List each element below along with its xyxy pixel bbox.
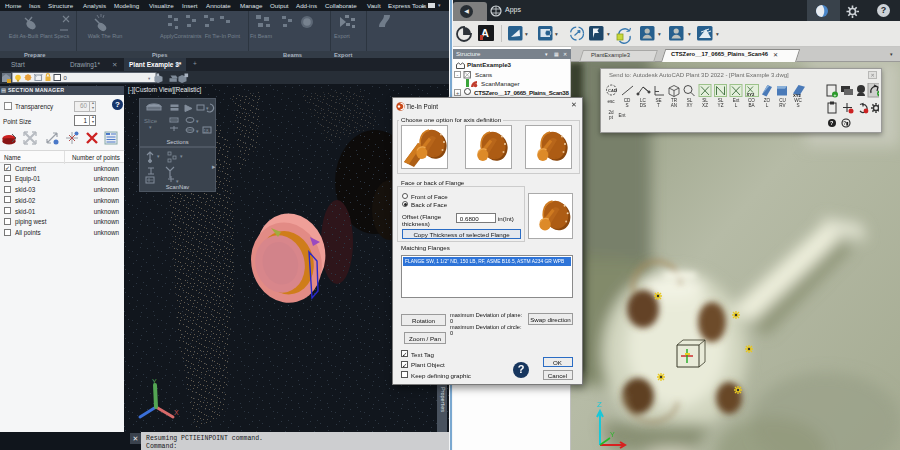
svg-text:18: 18: [204, 129, 210, 134]
svg-text:▾: ▾: [196, 128, 199, 134]
svg-text:▾: ▾: [157, 153, 160, 159]
svg-text:RV: RV: [779, 103, 786, 108]
svg-text:+: +: [833, 92, 836, 98]
svg-text:▾: ▾: [525, 31, 528, 37]
svg-text:AN: AN: [671, 103, 677, 108]
svg-text:?▮: ?▮: [843, 121, 849, 126]
svg-text:▾: ▾: [555, 31, 558, 37]
svg-text:esc: esc: [607, 99, 615, 104]
svg-text:YZ: YZ: [718, 103, 724, 108]
svg-text:XY: XY: [686, 103, 692, 108]
svg-text:XZ: XZ: [702, 103, 708, 108]
svg-text:S: S: [796, 103, 799, 108]
svg-text:Z: Z: [597, 400, 602, 409]
svg-text:▾: ▾: [196, 118, 199, 124]
svg-text:L: L: [766, 103, 769, 108]
svg-text:T: T: [657, 103, 660, 108]
svg-text:CAD: CAD: [608, 88, 617, 93]
svg-text:BA: BA: [748, 103, 755, 108]
svg-text:▾: ▾: [149, 124, 152, 130]
svg-text:L: L: [735, 103, 738, 108]
svg-text:S: S: [625, 103, 628, 108]
svg-text:▾: ▾: [658, 31, 661, 37]
svg-text:DS: DS: [640, 103, 646, 108]
svg-text:▾: ▾: [688, 31, 691, 37]
svg-text:X: X: [174, 409, 179, 416]
svg-text:XY2: XY2: [793, 93, 802, 98]
svg-text:Ent: Ent: [619, 113, 627, 118]
svg-text:▾: ▾: [716, 31, 719, 37]
svg-text:Y: Y: [610, 431, 615, 438]
svg-text:pt: pt: [609, 115, 614, 120]
svg-text:▾: ▾: [180, 153, 183, 159]
svg-text:▾: ▾: [206, 105, 209, 111]
svg-text:Y: Y: [152, 378, 157, 385]
svg-text:▾: ▾: [607, 31, 610, 37]
svg-text:XY2: XY2: [747, 92, 756, 97]
